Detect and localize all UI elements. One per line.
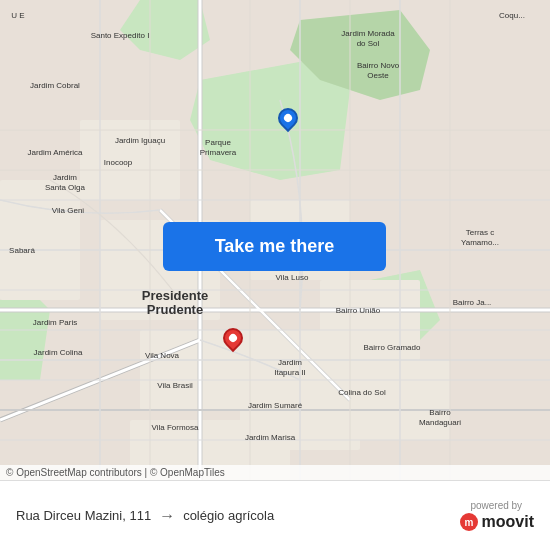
svg-text:Yamamo...: Yamamo... — [461, 238, 499, 247]
svg-text:Bairro: Bairro — [429, 408, 451, 417]
svg-text:Colina do Sol: Colina do Sol — [338, 388, 386, 397]
svg-text:Jardim Morada: Jardim Morada — [341, 29, 395, 38]
map-container: Santo Expedito I Jardim Cobral Jardim Am… — [0, 0, 550, 480]
svg-text:Itapura II: Itapura II — [274, 368, 306, 377]
svg-text:Bairro União: Bairro União — [336, 306, 381, 315]
svg-text:Mandaguari: Mandaguari — [419, 418, 461, 427]
svg-text:U E: U E — [11, 11, 24, 20]
svg-text:Jardim Colina: Jardim Colina — [34, 348, 83, 357]
map-attribution: © OpenStreetMap contributors | © OpenMap… — [0, 465, 550, 480]
svg-text:Jardim Paris: Jardim Paris — [33, 318, 77, 327]
moovit-logo: powered by m moovit — [459, 500, 534, 532]
svg-text:Jardim Sumaré: Jardim Sumaré — [248, 401, 303, 410]
svg-text:Bairro Novo: Bairro Novo — [357, 61, 400, 70]
svg-text:Vila Brasil: Vila Brasil — [157, 381, 193, 390]
svg-text:Oeste: Oeste — [367, 71, 389, 80]
svg-text:do Sol: do Sol — [357, 39, 380, 48]
svg-text:Vila Luso: Vila Luso — [276, 273, 309, 282]
svg-text:m: m — [464, 517, 473, 528]
svg-text:Presidente: Presidente — [142, 288, 208, 303]
route-to-label: colégio agrícola — [183, 508, 274, 523]
svg-text:Bairro Ja...: Bairro Ja... — [453, 298, 492, 307]
svg-text:Santo Expedito I: Santo Expedito I — [91, 31, 150, 40]
svg-text:Jardim: Jardim — [278, 358, 302, 367]
svg-text:Santa Olga: Santa Olga — [45, 183, 86, 192]
svg-text:Terras c: Terras c — [466, 228, 494, 237]
svg-text:Inocoop: Inocoop — [104, 158, 133, 167]
moovit-icon: m — [459, 512, 479, 532]
svg-text:Bairro Gramado: Bairro Gramado — [364, 343, 421, 352]
svg-text:Jardim Cobral: Jardim Cobral — [30, 81, 80, 90]
route-arrow-icon: → — [159, 507, 175, 525]
svg-text:Sabará: Sabará — [9, 246, 35, 255]
svg-text:Prudente: Prudente — [147, 302, 203, 317]
svg-text:Vila Formosa: Vila Formosa — [152, 423, 200, 432]
svg-text:Coqu...: Coqu... — [499, 11, 525, 20]
svg-text:Primavera: Primavera — [200, 148, 237, 157]
svg-text:Jardim Marisa: Jardim Marisa — [245, 433, 296, 442]
moovit-name: moovit — [482, 513, 534, 531]
svg-text:Vila Geni: Vila Geni — [52, 206, 85, 215]
route-from-label: Rua Dirceu Mazini, 111 — [16, 508, 151, 523]
svg-text:Jardim Iguaçu: Jardim Iguaçu — [115, 136, 165, 145]
take-me-there-button[interactable]: Take me there — [163, 222, 386, 271]
bottom-bar: Rua Dirceu Mazini, 111 → colégio agrícol… — [0, 480, 550, 550]
svg-rect-7 — [0, 180, 80, 300]
svg-text:Jardim: Jardim — [53, 173, 77, 182]
svg-text:Parque: Parque — [205, 138, 231, 147]
svg-text:Vila Nova: Vila Nova — [145, 351, 180, 360]
svg-text:Jardim América: Jardim América — [27, 148, 83, 157]
